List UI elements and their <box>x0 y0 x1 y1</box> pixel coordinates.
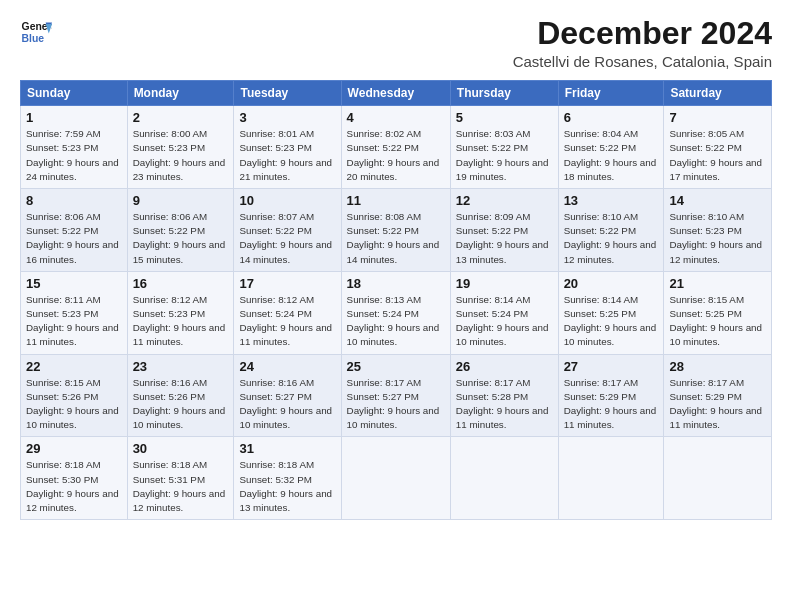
title-block: December 2024 Castellvi de Rosanes, Cata… <box>513 16 772 70</box>
calendar-cell: 30Sunrise: 8:18 AM Sunset: 5:31 PM Dayli… <box>127 437 234 520</box>
calendar-cell: 23Sunrise: 8:16 AM Sunset: 5:26 PM Dayli… <box>127 354 234 437</box>
calendar-cell: 24Sunrise: 8:16 AM Sunset: 5:27 PM Dayli… <box>234 354 341 437</box>
day-detail: Sunrise: 8:14 AM Sunset: 5:25 PM Dayligh… <box>564 294 657 348</box>
subtitle: Castellvi de Rosanes, Catalonia, Spain <box>513 53 772 70</box>
day-number: 29 <box>26 441 122 456</box>
day-number: 26 <box>456 359 553 374</box>
main-title: December 2024 <box>513 16 772 51</box>
day-detail: Sunrise: 7:59 AM Sunset: 5:23 PM Dayligh… <box>26 128 119 182</box>
calendar-cell <box>341 437 450 520</box>
day-number: 20 <box>564 276 659 291</box>
week-row-4: 22Sunrise: 8:15 AM Sunset: 5:26 PM Dayli… <box>21 354 772 437</box>
week-row-3: 15Sunrise: 8:11 AM Sunset: 5:23 PM Dayli… <box>21 271 772 354</box>
calendar-cell: 15Sunrise: 8:11 AM Sunset: 5:23 PM Dayli… <box>21 271 128 354</box>
calendar-cell: 10Sunrise: 8:07 AM Sunset: 5:22 PM Dayli… <box>234 189 341 272</box>
weekday-header-sunday: Sunday <box>21 81 128 106</box>
day-detail: Sunrise: 8:10 AM Sunset: 5:22 PM Dayligh… <box>564 211 657 265</box>
calendar-cell: 17Sunrise: 8:12 AM Sunset: 5:24 PM Dayli… <box>234 271 341 354</box>
day-number: 24 <box>239 359 335 374</box>
day-detail: Sunrise: 8:12 AM Sunset: 5:23 PM Dayligh… <box>133 294 226 348</box>
calendar-cell: 4Sunrise: 8:02 AM Sunset: 5:22 PM Daylig… <box>341 106 450 189</box>
day-detail: Sunrise: 8:17 AM Sunset: 5:29 PM Dayligh… <box>669 377 762 431</box>
calendar-cell: 14Sunrise: 8:10 AM Sunset: 5:23 PM Dayli… <box>664 189 772 272</box>
weekday-header-monday: Monday <box>127 81 234 106</box>
day-number: 2 <box>133 110 229 125</box>
calendar-cell: 9Sunrise: 8:06 AM Sunset: 5:22 PM Daylig… <box>127 189 234 272</box>
day-number: 22 <box>26 359 122 374</box>
day-number: 15 <box>26 276 122 291</box>
day-detail: Sunrise: 8:11 AM Sunset: 5:23 PM Dayligh… <box>26 294 119 348</box>
day-detail: Sunrise: 8:14 AM Sunset: 5:24 PM Dayligh… <box>456 294 549 348</box>
day-number: 30 <box>133 441 229 456</box>
day-number: 19 <box>456 276 553 291</box>
weekday-header-friday: Friday <box>558 81 664 106</box>
day-detail: Sunrise: 8:17 AM Sunset: 5:27 PM Dayligh… <box>347 377 440 431</box>
calendar-cell: 25Sunrise: 8:17 AM Sunset: 5:27 PM Dayli… <box>341 354 450 437</box>
day-number: 16 <box>133 276 229 291</box>
day-detail: Sunrise: 8:01 AM Sunset: 5:23 PM Dayligh… <box>239 128 332 182</box>
calendar-cell: 28Sunrise: 8:17 AM Sunset: 5:29 PM Dayli… <box>664 354 772 437</box>
day-number: 3 <box>239 110 335 125</box>
day-detail: Sunrise: 8:16 AM Sunset: 5:27 PM Dayligh… <box>239 377 332 431</box>
day-number: 17 <box>239 276 335 291</box>
day-detail: Sunrise: 8:09 AM Sunset: 5:22 PM Dayligh… <box>456 211 549 265</box>
day-number: 27 <box>564 359 659 374</box>
calendar-cell: 29Sunrise: 8:18 AM Sunset: 5:30 PM Dayli… <box>21 437 128 520</box>
svg-text:Blue: Blue <box>22 33 45 44</box>
calendar-cell: 16Sunrise: 8:12 AM Sunset: 5:23 PM Dayli… <box>127 271 234 354</box>
day-number: 10 <box>239 193 335 208</box>
weekday-header-saturday: Saturday <box>664 81 772 106</box>
weekday-header-tuesday: Tuesday <box>234 81 341 106</box>
day-number: 11 <box>347 193 445 208</box>
day-detail: Sunrise: 8:00 AM Sunset: 5:23 PM Dayligh… <box>133 128 226 182</box>
day-number: 8 <box>26 193 122 208</box>
day-detail: Sunrise: 8:03 AM Sunset: 5:22 PM Dayligh… <box>456 128 549 182</box>
day-number: 5 <box>456 110 553 125</box>
day-detail: Sunrise: 8:13 AM Sunset: 5:24 PM Dayligh… <box>347 294 440 348</box>
calendar-cell: 31Sunrise: 8:18 AM Sunset: 5:32 PM Dayli… <box>234 437 341 520</box>
calendar-cell: 5Sunrise: 8:03 AM Sunset: 5:22 PM Daylig… <box>450 106 558 189</box>
week-row-2: 8Sunrise: 8:06 AM Sunset: 5:22 PM Daylig… <box>21 189 772 272</box>
calendar-cell: 26Sunrise: 8:17 AM Sunset: 5:28 PM Dayli… <box>450 354 558 437</box>
calendar-cell: 11Sunrise: 8:08 AM Sunset: 5:22 PM Dayli… <box>341 189 450 272</box>
day-detail: Sunrise: 8:07 AM Sunset: 5:22 PM Dayligh… <box>239 211 332 265</box>
day-number: 4 <box>347 110 445 125</box>
calendar-cell: 8Sunrise: 8:06 AM Sunset: 5:22 PM Daylig… <box>21 189 128 272</box>
calendar-cell <box>664 437 772 520</box>
week-row-1: 1Sunrise: 7:59 AM Sunset: 5:23 PM Daylig… <box>21 106 772 189</box>
day-number: 18 <box>347 276 445 291</box>
day-detail: Sunrise: 8:05 AM Sunset: 5:22 PM Dayligh… <box>669 128 762 182</box>
day-detail: Sunrise: 8:18 AM Sunset: 5:31 PM Dayligh… <box>133 459 226 513</box>
logo: General Blue <box>20 16 52 48</box>
calendar-cell <box>450 437 558 520</box>
header: General Blue December 2024 Castellvi de … <box>20 16 772 70</box>
day-number: 9 <box>133 193 229 208</box>
day-number: 1 <box>26 110 122 125</box>
day-number: 21 <box>669 276 766 291</box>
day-number: 23 <box>133 359 229 374</box>
calendar-cell <box>558 437 664 520</box>
day-detail: Sunrise: 8:08 AM Sunset: 5:22 PM Dayligh… <box>347 211 440 265</box>
weekday-header-wednesday: Wednesday <box>341 81 450 106</box>
calendar-cell: 6Sunrise: 8:04 AM Sunset: 5:22 PM Daylig… <box>558 106 664 189</box>
day-detail: Sunrise: 8:02 AM Sunset: 5:22 PM Dayligh… <box>347 128 440 182</box>
day-detail: Sunrise: 8:18 AM Sunset: 5:30 PM Dayligh… <box>26 459 119 513</box>
logo-icon: General Blue <box>20 16 52 48</box>
day-number: 25 <box>347 359 445 374</box>
day-number: 14 <box>669 193 766 208</box>
calendar-cell: 20Sunrise: 8:14 AM Sunset: 5:25 PM Dayli… <box>558 271 664 354</box>
page: General Blue December 2024 Castellvi de … <box>0 0 792 612</box>
calendar-cell: 19Sunrise: 8:14 AM Sunset: 5:24 PM Dayli… <box>450 271 558 354</box>
calendar-cell: 1Sunrise: 7:59 AM Sunset: 5:23 PM Daylig… <box>21 106 128 189</box>
calendar-cell: 13Sunrise: 8:10 AM Sunset: 5:22 PM Dayli… <box>558 189 664 272</box>
day-detail: Sunrise: 8:17 AM Sunset: 5:28 PM Dayligh… <box>456 377 549 431</box>
day-detail: Sunrise: 8:15 AM Sunset: 5:26 PM Dayligh… <box>26 377 119 431</box>
day-number: 31 <box>239 441 335 456</box>
calendar-table: SundayMondayTuesdayWednesdayThursdayFrid… <box>20 80 772 520</box>
calendar-cell: 22Sunrise: 8:15 AM Sunset: 5:26 PM Dayli… <box>21 354 128 437</box>
day-detail: Sunrise: 8:15 AM Sunset: 5:25 PM Dayligh… <box>669 294 762 348</box>
calendar-cell: 18Sunrise: 8:13 AM Sunset: 5:24 PM Dayli… <box>341 271 450 354</box>
week-row-5: 29Sunrise: 8:18 AM Sunset: 5:30 PM Dayli… <box>21 437 772 520</box>
day-detail: Sunrise: 8:06 AM Sunset: 5:22 PM Dayligh… <box>26 211 119 265</box>
day-number: 12 <box>456 193 553 208</box>
